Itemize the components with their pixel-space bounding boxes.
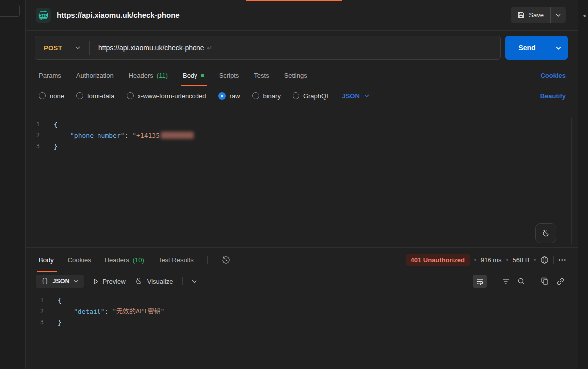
sparkle-orb-icon (135, 277, 143, 286)
response-body-editor[interactable]: 1 { 2 "detail": "无效的API密钥" 3 } (26, 291, 578, 369)
status-code-badge[interactable]: 401 Unauthorized (406, 254, 470, 266)
response-headers-count-badge: (10) (133, 256, 144, 264)
mode-none[interactable]: none (39, 92, 64, 100)
sidebar-partial-item[interactable] (0, 5, 20, 17)
network-info-button[interactable] (540, 256, 549, 264)
mode-form-data[interactable]: form-data (76, 92, 115, 100)
method-selector-value[interactable]: POST (35, 44, 62, 52)
headers-count-badge: (11) (157, 72, 168, 79)
radio-selected-icon (218, 92, 226, 100)
divider (207, 256, 208, 264)
mode-graphql[interactable]: GraphQL (293, 92, 330, 100)
visualize-button[interactable]: Visualize (135, 277, 173, 286)
editor-scrollbar-track[interactable] (571, 117, 572, 244)
request-body-editor[interactable]: 1 { 2 "phone_number": "+14135 3 } (26, 115, 578, 247)
collapsed-panel-arrow-icon[interactable]: ◂ (583, 12, 586, 19)
response-time[interactable]: 916 ms (481, 256, 502, 264)
postbot-button[interactable] (535, 223, 556, 243)
main-panel: HTTP https://api.xiaomu.uk/check-phone S… (26, 0, 578, 369)
chevron-down-icon (556, 14, 561, 17)
wrap-text-button[interactable] (473, 275, 487, 288)
response-section: Body Cookies Headers (10) Test Results 4… (26, 247, 578, 369)
search-icon (517, 277, 525, 285)
send-split-button: Send (505, 36, 568, 60)
chevron-down-icon (74, 280, 78, 283)
response-tab-test-results[interactable]: Test Results (158, 248, 194, 272)
code-line: 3 } (26, 317, 578, 328)
request-header-bar: HTTP https://api.xiaomu.uk/check-phone S… (26, 0, 578, 31)
wrap-text-icon (476, 277, 484, 285)
tab-params[interactable]: Params (39, 65, 61, 86)
code-line: 1 { (26, 119, 578, 130)
line-number: 2 (26, 308, 58, 315)
send-button[interactable]: Send (505, 36, 549, 60)
cookies-link[interactable]: Cookies (540, 72, 566, 79)
request-title: https://api.xiaomu.uk/check-phone (57, 11, 180, 19)
send-options-caret[interactable] (549, 36, 568, 60)
line-number: 3 (26, 319, 58, 326)
response-history-button[interactable] (222, 256, 230, 264)
visualize-options-caret[interactable] (192, 280, 197, 283)
separator-dot (474, 259, 476, 261)
link-icon (556, 277, 565, 286)
save-button[interactable]: Save (511, 7, 550, 23)
response-status-group: 401 Unauthorized 916 ms 568 B (406, 254, 567, 266)
mode-binary[interactable]: binary (252, 92, 281, 100)
enter-hint-icon: ↵ (207, 44, 212, 52)
history-clock-icon (222, 256, 230, 264)
chevron-down-icon (364, 94, 369, 97)
http-request-icon: HTTP (36, 8, 51, 23)
response-size[interactable]: 568 B (513, 256, 530, 264)
response-tab-body[interactable]: Body (39, 248, 54, 272)
save-button-label: Save (529, 11, 544, 19)
separator-dot (506, 259, 508, 261)
search-button[interactable] (517, 277, 525, 285)
tab-tests[interactable]: Tests (254, 65, 269, 86)
tab-body[interactable]: Body (183, 65, 204, 86)
line-number: 1 (26, 121, 54, 128)
filter-button[interactable] (502, 277, 510, 285)
radio-icon (76, 92, 83, 99)
copy-button[interactable] (541, 277, 549, 285)
request-url-row: POST https://api.xiaomu.uk/check-phone ↵… (26, 31, 578, 65)
method-chevron-down-icon[interactable] (62, 46, 89, 49)
request-tabs: Params Authorization Headers (11) Body S… (26, 65, 578, 86)
filter-icon (502, 277, 510, 285)
separator-dot (534, 259, 536, 261)
response-tabs-row: Body Cookies Headers (10) Test Results 4… (26, 248, 578, 272)
link-button[interactable] (556, 277, 565, 286)
line-number: 2 (26, 132, 54, 139)
beautify-link[interactable]: Beautify (540, 92, 566, 100)
tab-headers[interactable]: Headers (11) (129, 65, 168, 86)
url-input[interactable]: https://api.xiaomu.uk/check-phone (90, 44, 204, 52)
sparkle-orb-icon (541, 229, 551, 238)
chevron-down-icon (556, 46, 561, 50)
tab-scripts[interactable]: Scripts (219, 65, 239, 86)
indent-guide (54, 130, 70, 141)
code-line: 2 "phone_number": "+14135 (26, 130, 578, 141)
tab-settings[interactable]: Settings (284, 65, 307, 86)
redacted-phone-blur (161, 132, 194, 139)
save-options-caret[interactable] (551, 7, 566, 23)
divider (494, 277, 494, 285)
divider (182, 277, 183, 285)
response-editor-actions (473, 275, 565, 288)
mode-raw[interactable]: raw (218, 92, 240, 100)
response-tab-headers[interactable]: Headers (10) (105, 248, 144, 272)
response-toolbar: {} JSON Preview (26, 272, 578, 291)
response-format-dropdown[interactable]: {} JSON (36, 275, 84, 288)
line-number: 3 (26, 143, 54, 150)
body-modified-dot (201, 74, 204, 77)
response-tab-cookies[interactable]: Cookies (68, 248, 91, 272)
response-more-menu[interactable]: ••• (558, 257, 567, 263)
divider (533, 277, 533, 285)
radio-icon (127, 92, 134, 99)
raw-format-dropdown[interactable]: JSON (342, 92, 369, 100)
mode-x-www-form-urlencoded[interactable]: x-www-form-urlencoded (127, 92, 206, 100)
active-tab-top-indicator (246, 0, 342, 1)
preview-button[interactable]: Preview (93, 278, 126, 285)
radio-icon (293, 92, 299, 99)
left-sidebar-rail (0, 0, 26, 369)
copy-icon (541, 277, 549, 285)
tab-authorization[interactable]: Authorization (76, 65, 114, 86)
